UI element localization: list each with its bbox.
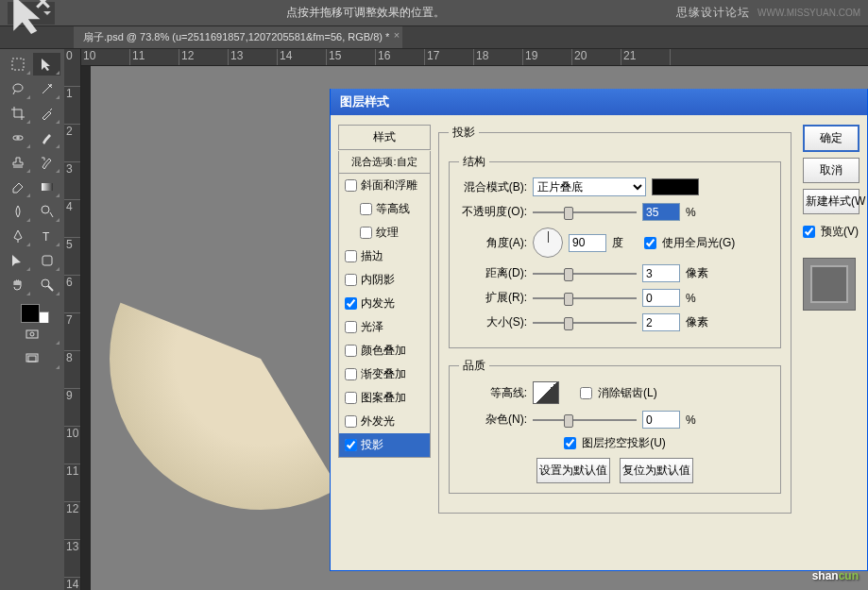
knockout-checkbox[interactable] [564,437,576,449]
blend-options-item[interactable]: 混合选项:自定 [338,151,431,174]
crop-tool[interactable] [4,102,31,125]
preview-checkbox[interactable] [803,226,815,238]
distance-input[interactable] [642,264,680,282]
svg-rect-12 [28,356,36,362]
style-checkbox[interactable] [345,368,357,380]
spread-input[interactable] [642,289,680,307]
opacity-input[interactable] [642,203,680,221]
style-item[interactable]: 光泽 [339,315,430,339]
quickmask-toggle[interactable] [4,323,60,346]
style-item[interactable]: 内发光 [339,292,430,315]
quality-legend: 品质 [459,358,489,374]
spread-slider[interactable] [533,290,637,307]
style-checkbox[interactable] [345,321,357,333]
healing-tool[interactable] [4,126,31,149]
style-checkbox[interactable] [360,227,372,239]
svg-rect-0 [12,59,24,70]
stamp-tool[interactable] [4,151,31,174]
style-item[interactable]: 等高线 [339,197,430,221]
style-checkbox[interactable] [345,179,357,192]
knockout-label: 图层挖空投影(U) [582,435,666,451]
style-checkbox[interactable] [360,203,372,215]
fg-color-swatch[interactable] [21,304,40,323]
shadow-panel: 投影 结构 混合模式(B): 正片叠底 不透明度(O): % [438,125,791,514]
ok-button[interactable]: 确定 [803,125,859,152]
style-label: 图案叠加 [361,390,406,406]
style-label: 颜色叠加 [361,343,406,359]
preview-swatch [803,258,856,311]
fan-artwork [147,245,355,491]
ruler-horizontal: 101112131415161718192021 [81,49,868,66]
blend-mode-select[interactable]: 正片叠底 [533,177,646,196]
svg-text:T: T [43,230,50,244]
angle-input[interactable] [569,234,606,252]
dodge-tool[interactable] [33,200,60,223]
angle-dial[interactable] [533,228,563,258]
style-item[interactable]: 内阴影 [339,268,430,292]
style-item[interactable]: 外发光 [339,410,430,433]
style-item[interactable]: 图案叠加 [339,386,430,410]
zoom-tool[interactable] [33,274,60,296]
style-checkbox[interactable] [345,392,357,404]
noise-input[interactable] [642,411,680,429]
new-style-button[interactable]: 新建样式(W [803,189,859,214]
document-tab[interactable]: 扇子.psd @ 73.8% (u=2511691857,1207205581&… [74,26,402,48]
path-select-tool[interactable] [4,249,31,272]
style-checkbox[interactable] [345,345,357,357]
style-label: 斜面和浮雕 [361,177,417,194]
marquee-tool[interactable] [4,53,31,76]
antialias-label: 消除锯齿(L) [598,385,657,401]
noise-label: 杂色(N): [459,412,527,428]
distance-slider[interactable] [533,265,637,282]
style-checkbox[interactable] [345,274,357,286]
style-item[interactable]: 投影 [339,433,430,457]
style-label: 描边 [361,248,383,264]
style-checkbox[interactable] [345,439,357,451]
size-slider[interactable] [533,314,637,331]
shadow-color-swatch[interactable] [652,178,699,195]
style-label: 外发光 [361,413,395,430]
cancel-button[interactable]: 取消 [803,158,859,183]
style-item[interactable]: 渐变叠加 [339,362,430,386]
history-brush-tool[interactable] [33,151,60,174]
use-global-light-checkbox[interactable] [644,237,656,249]
set-default-button[interactable]: 设置为默认值 [536,458,610,483]
style-item[interactable]: 描边 [339,244,430,268]
spread-label: 扩展(R): [459,290,527,306]
style-item[interactable]: 斜面和浮雕 [339,174,430,197]
current-tool-indicator[interactable] [8,2,55,25]
styles-header[interactable]: 样式 [338,125,431,150]
svg-point-10 [30,332,34,336]
gradient-tool[interactable] [33,176,60,198]
hand-tool[interactable] [4,274,31,296]
eraser-tool[interactable] [4,176,31,198]
size-input[interactable] [642,313,680,331]
shape-tool[interactable] [33,249,60,272]
magic-wand-tool[interactable] [33,77,60,100]
opacity-slider[interactable] [533,204,637,221]
lasso-tool[interactable] [4,77,31,100]
dialog-title: 图层样式 [331,89,867,115]
antialias-checkbox[interactable] [580,387,592,399]
noise-slider[interactable] [533,412,637,429]
style-checkbox[interactable] [345,415,357,428]
style-checkbox[interactable] [345,250,357,262]
blur-tool[interactable] [4,200,31,223]
move-tool[interactable] [33,53,60,76]
reset-default-button[interactable]: 复位为默认值 [620,458,693,483]
size-label: 大小(S): [459,314,527,330]
brush-tool[interactable] [33,126,60,149]
hint-text: 点按并拖移可调整效果的位置。 [55,5,676,21]
eyedropper-tool[interactable] [33,102,60,125]
quality-group: 品质 等高线: 消除锯齿(L) 杂色(N): % [449,358,781,494]
screen-mode-toggle[interactable] [4,347,60,370]
pen-tool[interactable] [4,225,31,247]
type-tool[interactable]: T [33,225,60,247]
style-item[interactable]: 颜色叠加 [339,339,430,362]
style-item[interactable]: 纹理 [339,221,430,244]
contour-picker[interactable] [533,381,559,404]
svg-point-8 [42,279,49,287]
angle-label: 角度(A): [459,235,527,251]
style-checkbox[interactable] [345,297,357,310]
blend-mode-label: 混合模式(B): [459,179,527,195]
